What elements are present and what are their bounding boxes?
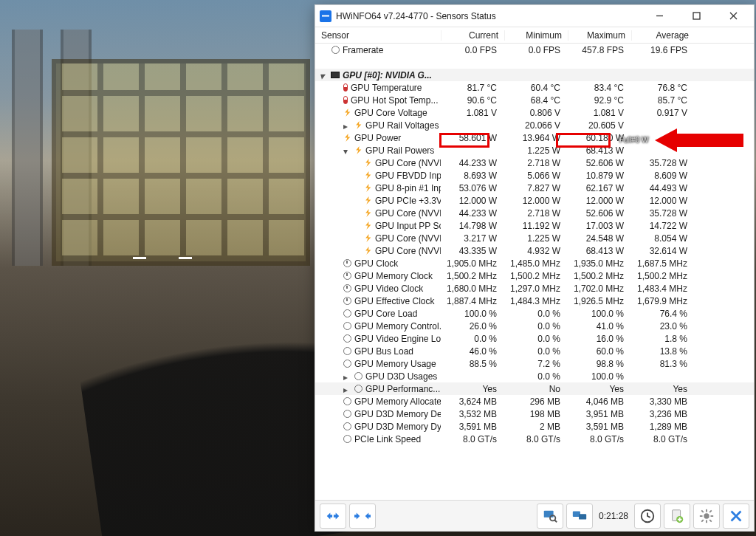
cell-avg: 8.054 W [631, 233, 695, 244]
cell-max: 1.081 V [568, 108, 631, 118]
crosshair-icon [133, 244, 192, 273]
sensor-row[interactable]: ▸GPU Performanc...YesNoYesYes [315, 382, 754, 395]
sensor-row[interactable]: GPU Clock1,905.0 MHz1,485.0 MHz1,935.0 M… [315, 257, 754, 269]
remote-monitor-button[interactable] [537, 504, 563, 529]
row-gpu-section[interactable]: ▾ GPU [#0]: NVIDIA G... [315, 69, 754, 81]
sensor-row[interactable]: ▾GPU Rail Powers1.225 W68.413 W [315, 144, 754, 157]
gauge-icon [343, 410, 351, 418]
cell-max: 8.0 GT/s [568, 434, 631, 444]
expand-all-button[interactable] [320, 504, 346, 529]
section-label: GPU [#0]: NVIDIA G... [343, 70, 432, 80]
cell-avg: 1,500.2 MHz [631, 271, 695, 281]
chevron-right-icon[interactable]: ▸ [343, 372, 351, 380]
close-button[interactable] [717, 6, 749, 27]
cell-avg: 23.0 % [631, 321, 695, 331]
sensor-row[interactable]: GPU Video Engine Lo...0.0 %0.0 %16.0 %1.… [315, 332, 754, 345]
cell-current: 1,680.0 MHz [441, 284, 504, 294]
sensor-row[interactable]: GPU Core Voltage1.081 V0.806 V1.081 V0.9… [315, 106, 754, 119]
sensor-rows[interactable]: Framerate 0.0 FPS 0.0 FPS 457.8 FPS 19.6… [315, 44, 754, 500]
chevron-right-icon[interactable]: ▸ [343, 121, 351, 129]
chevron-right-icon[interactable]: ▸ [343, 385, 351, 393]
sensor-row[interactable]: ▸GPU Rail Voltages20.066 V20.605 V [315, 119, 754, 131]
svg-rect-1 [544, 510, 554, 517]
chevron-down-icon[interactable]: ▾ [343, 146, 351, 154]
clock-icon [343, 297, 351, 305]
lightning-icon [343, 109, 351, 117]
col-current[interactable]: Current [441, 30, 504, 41]
minimize-button[interactable] [643, 6, 676, 27]
logging-button[interactable] [566, 504, 593, 529]
cell-label: Framerate [343, 45, 383, 55]
sensor-row[interactable]: GPU Hot Spot Temp...90.6 °C68.4 °C92.9 °… [315, 94, 754, 106]
sensor-row[interactable]: GPU Video Clock1,680.0 MHz1,297.0 MHz1,7… [315, 282, 754, 295]
lightning-icon [354, 121, 362, 129]
col-minimum[interactable]: Minimum [504, 30, 568, 41]
sensor-row[interactable]: GPU Memory Clock1,500.2 MHz1,500.2 MHz1,… [315, 269, 754, 282]
sensor-row[interactable]: PCIe Link Speed8.0 GT/s8.0 GT/s8.0 GT/s8… [315, 433, 754, 445]
cell-current: 1,905.0 MHz [441, 258, 504, 269]
hwinfo-window[interactable]: HWiNFO64 v7.24-4770 - Sensors Status Sen… [315, 4, 755, 532]
cell-avg: 44.493 W [631, 183, 695, 193]
settings-button[interactable] [693, 504, 720, 529]
cell-max: 4,046 MB [568, 396, 631, 407]
sensor-row[interactable]: GPU Power58.601 W13.964 W60.180 W [315, 131, 754, 144]
cell-avg: 19.6 FPS [631, 45, 695, 55]
sensor-row[interactable]: GPU Core (NVVD...3.217 W1.225 W24.548 W8… [315, 232, 754, 244]
sensor-row[interactable]: GPU Memory Usage88.5 %7.2 %98.8 %81.3 % [315, 357, 754, 370]
gauge-icon [343, 309, 351, 317]
titlebar[interactable]: HWiNFO64 v7.24-4770 - Sensors Status [315, 5, 754, 27]
collapse-all-button[interactable] [349, 504, 376, 529]
cell-max: 1,935.0 MHz [568, 258, 631, 269]
col-maximum[interactable]: Maximum [568, 30, 631, 41]
sensor-row[interactable]: GPU Temperature81.7 °C60.4 °C83.4 °C76.8… [315, 81, 754, 94]
sensor-row[interactable]: GPU FBVDD Input...8.693 W5.066 W10.879 W… [315, 169, 754, 182]
sensor-row[interactable]: GPU Input PP So...14.798 W11.192 W17.003… [315, 219, 754, 232]
cell-current: 3,624 MB [441, 396, 504, 407]
sensor-row[interactable]: ▸GPU D3D Usages0.0 %100.0 % [315, 370, 754, 382]
sensor-row[interactable]: GPU Effective Clock1,887.4 MHz1,484.3 MH… [315, 295, 754, 307]
cell-min: 1,500.2 MHz [504, 271, 568, 281]
cell-min: 0.806 V [504, 108, 568, 118]
sensor-row[interactable]: GPU Memory Control...26.0 %0.0 %41.0 %23… [315, 320, 754, 332]
cell-avg: 35.728 W [631, 208, 695, 219]
cell-avg: 14.722 W [631, 221, 695, 231]
cell-current: 1.081 V [441, 108, 504, 118]
column-headers[interactable]: Sensor Current Minimum Maximum Average [315, 27, 754, 44]
cell-max: 52.606 W [568, 208, 631, 219]
cell-avg: 85.7 °C [631, 95, 695, 106]
gauge-icon [343, 347, 351, 355]
sensor-row[interactable]: GPU Core (NVVD...44.233 W2.718 W52.606 W… [315, 157, 754, 169]
sensor-row[interactable]: GPU Core (NVVD...43.335 W4.932 W68.413 W… [315, 244, 754, 257]
col-sensor[interactable]: Sensor [315, 30, 441, 41]
sensor-row[interactable]: GPU PCIe +3.3V I...12.000 W12.000 W12.00… [315, 194, 754, 207]
sensor-row[interactable]: GPU D3D Memory Dy...3,591 MB2 MB3,591 MB… [315, 420, 754, 433]
sensor-row[interactable]: GPU Core (NVVD...44.233 W2.718 W52.606 W… [315, 207, 754, 219]
gauge-icon [343, 397, 351, 405]
cell-current: Yes [441, 384, 504, 394]
cell-min: 5.066 W [504, 171, 568, 181]
maximize-button[interactable] [680, 6, 712, 27]
col-average[interactable]: Average [631, 30, 695, 41]
chevron-down-icon[interactable]: ▾ [320, 71, 328, 79]
cell-label: GPU Temperature [351, 83, 422, 93]
cell-label: GPU Core (NVVD... [375, 233, 441, 244]
row-framerate[interactable]: Framerate 0.0 FPS 0.0 FPS 457.8 FPS 19.6… [315, 44, 754, 56]
sensor-row[interactable]: GPU Core Load100.0 %0.0 %100.0 %76.4 % [315, 307, 754, 320]
cell-max: 1,500.2 MHz [568, 271, 631, 281]
lightning-icon [364, 184, 372, 192]
cell-max: 83.4 °C [568, 83, 631, 93]
sensor-row[interactable]: GPU Memory Allocated3,624 MB296 MB4,046 … [315, 395, 754, 408]
close-sensors-button[interactable] [723, 504, 749, 529]
cell-current: 14.798 W [441, 221, 504, 231]
sensor-row[interactable]: GPU 8-pin #1 Inp...53.076 W7.827 W62.167… [315, 182, 754, 194]
clock-button[interactable] [634, 504, 661, 529]
cell-current: 90.6 °C [441, 95, 504, 106]
gauge-icon [343, 435, 351, 443]
cell-current: 1,887.4 MHz [441, 296, 504, 306]
save-report-button[interactable] [664, 504, 690, 529]
sensor-row[interactable]: GPU D3D Memory De...3,532 MB198 MB3,951 … [315, 408, 754, 420]
cell-min: 7.827 W [504, 183, 568, 193]
cell-min: 68.4 °C [504, 95, 568, 106]
sensor-row[interactable]: GPU Bus Load46.0 %0.0 %60.0 %13.8 % [315, 345, 754, 357]
page-plus-icon [669, 508, 685, 524]
